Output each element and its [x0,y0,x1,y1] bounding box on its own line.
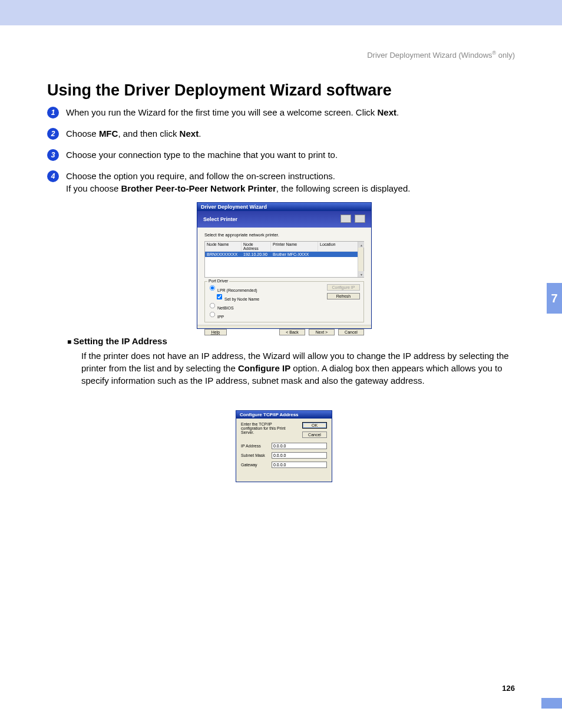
col-node[interactable]: Node Name [205,242,242,252]
ok-button[interactable]: OK [302,422,327,429]
wizard-title-bar: Driver Deployment Wizard [197,203,371,211]
radio-ipp[interactable]: IPP [209,311,259,319]
cell-loc [318,252,363,257]
subsection-heading: Setting the IP Address [67,336,515,346]
checkbox-setby[interactable]: Set by Node Name [216,293,259,302]
subsection: Setting the IP Address If the printer do… [67,336,515,387]
step-number-icon: 1 [47,107,59,118]
text: Choose your connection type to the machi… [66,150,338,160]
subsection-body: If the printer does not have an IP addre… [81,350,515,387]
text: , and then click [118,129,179,139]
scroll-down-icon[interactable]: ▾ [358,271,364,277]
gateway-input[interactable] [272,462,327,468]
steps-list: 1 When you run the Wizard for the first … [47,106,518,203]
step-number-icon: 4 [47,170,59,182]
ip-dialog: Configure TCP/IP Address Enter the TCP/I… [236,410,332,482]
printer-row[interactable]: BRNXXXXXXXX 192.10.20.90 Brother MFC-XXX… [205,252,363,257]
label: NetBIOS [217,306,234,310]
page-number-tab [541,698,562,709]
subnet-input[interactable] [272,452,327,459]
ip-address-input[interactable] [272,443,327,449]
printer-icon [340,215,351,223]
configure-ip-button[interactable]: Configure IP [327,284,360,291]
cell-addr: 192.10.20.90 [242,252,271,257]
port-options: LPR (Recommended) Set by Node Name NetBI… [209,284,259,319]
wizard-subtitle: Select Printer [203,216,237,222]
select-hint: Select the appropriate network printer. [204,232,364,238]
radio-lpr-input[interactable] [210,285,215,291]
radio-netbios-input[interactable] [210,303,215,308]
step-4: 4 Choose the option you require, and fol… [47,170,518,195]
step-text: When you run the Wizard for the first ti… [66,106,399,118]
printer-list-header: Node Name Node Address Printer Name Loca… [205,242,363,252]
bold: Next [378,107,397,117]
step-number-icon: 3 [47,149,59,161]
step-text: Choose MFC, and then click Next. [66,127,201,140]
text: Choose [66,129,99,139]
ip-dialog-body: Enter the TCP/IP configration for this P… [236,419,332,442]
printer-icon [355,215,365,223]
radio-netbios[interactable]: NetBIOS [209,302,259,311]
radio-ipp-input[interactable] [210,312,215,317]
bold: MFC [99,129,118,139]
page-number: 126 [502,684,515,693]
text: If you choose [66,183,121,193]
wizard-body: Select the appropriate network printer. … [197,228,371,325]
port-buttons: Configure IP Refresh [327,284,360,319]
header-breadcrumb: Driver Deployment Wizard (Windows® only) [367,50,515,60]
cancel-button[interactable]: Cancel [338,329,364,335]
printer-icons [339,215,365,224]
wizard-dialog: Driver Deployment Wizard Select Printer … [197,202,372,329]
back-button[interactable]: < Back [279,329,305,335]
top-band [0,0,562,25]
text: . [199,129,201,139]
text: , the following screen is displayed. [276,183,411,193]
checkbox-setby-input[interactable] [217,294,222,299]
nav-buttons: < Back Next > Cancel [279,329,364,335]
ip-address-row: IP Address [241,443,327,449]
printer-list[interactable]: Node Name Node Address Printer Name Loca… [204,241,364,278]
chapter-tab: 7 [547,283,562,314]
port-legend: Port Driver [207,279,229,283]
help-button[interactable]: Help [204,329,227,335]
col-loc[interactable]: Location [318,242,363,252]
step-text: Choose your connection type to the machi… [66,149,338,161]
ip-dialog-hint: Enter the TCP/IP configration for this P… [241,422,293,438]
label: Set by Node Name [224,297,259,301]
step-number-icon: 2 [47,128,59,140]
port-driver-group: Port Driver LPR (Recommended) Set by Nod… [204,281,364,322]
page-title: Using the Driver Deployment Wizard softw… [47,81,392,100]
step-3: 3 Choose your connection type to the mac… [47,149,518,161]
bold: Next [180,129,199,139]
next-button[interactable]: Next > [309,329,335,335]
col-pname[interactable]: Printer Name [271,242,318,252]
refresh-button[interactable]: Refresh [327,293,360,299]
text: When you run the Wizard for the first ti… [66,107,378,117]
label: IPP [217,315,224,319]
scrollbar[interactable]: ▴ ▾ [358,242,363,277]
gateway-label: Gateway [241,463,272,467]
bold: Brother Peer-to-Peer Network Printer [121,183,276,193]
ip-dialog-buttons: OK Cancel [302,422,327,438]
step-text: Choose the option you require, and follo… [66,170,410,195]
cancel-button[interactable]: Cancel [302,431,327,438]
col-addr[interactable]: Node Address [242,242,271,252]
cell-pname: Brother MFC-XXXX [271,252,318,257]
subnet-label: Subnet Mask [241,453,272,457]
ip-dialog-title: Configure TCP/IP Address [236,411,332,419]
scroll-up-icon[interactable]: ▴ [358,242,364,248]
step-1: 1 When you run the Wizard for the first … [47,106,518,118]
breadcrumb-suffix: only) [496,51,515,60]
ip-address-label: IP Address [241,444,272,448]
label: LPR (Recommended) [217,288,257,292]
text: Choose the option you require, and follo… [66,171,335,181]
subnet-row: Subnet Mask [241,452,327,459]
bold: Configure IP [238,363,290,373]
radio-lpr[interactable]: LPR (Recommended) [209,284,259,293]
breadcrumb-prefix: Driver Deployment Wizard (Windows [367,51,492,60]
cell-node: BRNXXXXXXXX [205,252,242,257]
gateway-row: Gateway [241,462,327,468]
step-2: 2 Choose MFC, and then click Next. [47,127,518,140]
wizard-subtitle-bar: Select Printer [197,211,371,228]
ip-fields: IP Address Subnet Mask Gateway [236,442,332,476]
